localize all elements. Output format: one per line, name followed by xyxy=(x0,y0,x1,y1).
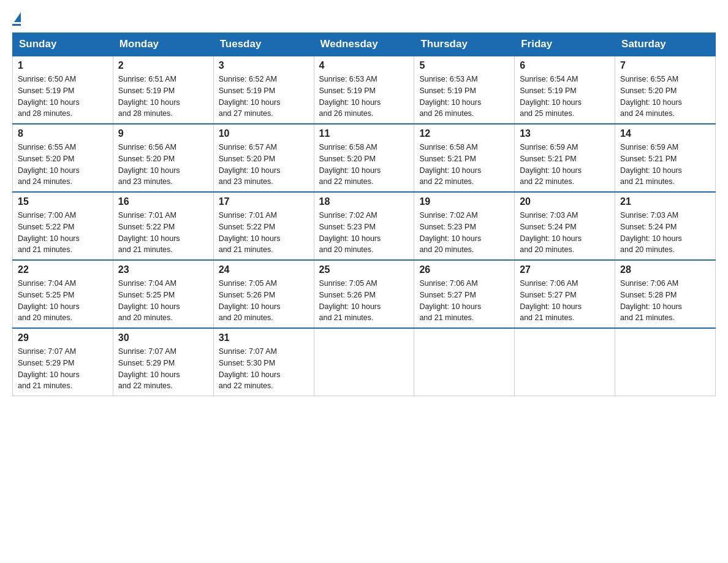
day-info: Sunrise: 6:54 AMSunset: 5:19 PMDaylight:… xyxy=(520,74,610,120)
day-info: Sunrise: 7:04 AMSunset: 5:25 PMDaylight:… xyxy=(118,278,208,324)
day-number: 25 xyxy=(319,264,409,275)
day-number: 9 xyxy=(118,128,208,139)
day-info: Sunrise: 7:06 AMSunset: 5:28 PMDaylight:… xyxy=(620,278,710,324)
day-number: 18 xyxy=(319,196,409,207)
calendar-cell: 1Sunrise: 6:50 AMSunset: 5:19 PMDaylight… xyxy=(13,56,113,124)
day-number: 12 xyxy=(419,128,509,139)
calendar-cell: 7Sunrise: 6:55 AMSunset: 5:20 PMDaylight… xyxy=(615,56,716,124)
calendar-week-5: 29Sunrise: 7:07 AMSunset: 5:29 PMDayligh… xyxy=(13,328,716,396)
weekday-header-friday: Friday xyxy=(515,33,615,56)
day-number: 31 xyxy=(219,332,309,343)
calendar-cell: 12Sunrise: 6:58 AMSunset: 5:21 PMDayligh… xyxy=(414,124,515,192)
calendar-cell xyxy=(414,328,515,396)
day-info: Sunrise: 7:05 AMSunset: 5:26 PMDaylight:… xyxy=(219,278,309,324)
day-info: Sunrise: 7:07 AMSunset: 5:30 PMDaylight:… xyxy=(219,346,309,392)
calendar-cell: 17Sunrise: 7:01 AMSunset: 5:22 PMDayligh… xyxy=(213,192,314,260)
day-info: Sunrise: 6:55 AMSunset: 5:20 PMDaylight:… xyxy=(18,142,108,188)
weekday-header-monday: Monday xyxy=(113,33,213,56)
day-number: 24 xyxy=(219,264,309,275)
day-info: Sunrise: 7:06 AMSunset: 5:27 PMDaylight:… xyxy=(419,278,509,324)
calendar-cell: 6Sunrise: 6:54 AMSunset: 5:19 PMDaylight… xyxy=(515,56,615,124)
day-number: 8 xyxy=(18,128,108,139)
day-info: Sunrise: 6:52 AMSunset: 5:19 PMDaylight:… xyxy=(219,74,309,120)
day-info: Sunrise: 7:01 AMSunset: 5:22 PMDaylight:… xyxy=(219,210,309,256)
day-number: 26 xyxy=(419,264,509,275)
day-info: Sunrise: 7:04 AMSunset: 5:25 PMDaylight:… xyxy=(18,278,108,324)
calendar-cell: 30Sunrise: 7:07 AMSunset: 5:29 PMDayligh… xyxy=(113,328,213,396)
day-number: 2 xyxy=(118,60,208,71)
logo xyxy=(12,12,21,26)
calendar-cell: 31Sunrise: 7:07 AMSunset: 5:30 PMDayligh… xyxy=(213,328,314,396)
day-number: 5 xyxy=(419,60,509,71)
day-number: 4 xyxy=(319,60,409,71)
calendar-cell: 26Sunrise: 7:06 AMSunset: 5:27 PMDayligh… xyxy=(414,260,515,328)
day-number: 23 xyxy=(118,264,208,275)
weekday-header-wednesday: Wednesday xyxy=(314,33,414,56)
calendar-cell: 13Sunrise: 6:59 AMSunset: 5:21 PMDayligh… xyxy=(515,124,615,192)
calendar-cell: 5Sunrise: 6:53 AMSunset: 5:19 PMDaylight… xyxy=(414,56,515,124)
day-info: Sunrise: 7:03 AMSunset: 5:24 PMDaylight:… xyxy=(520,210,610,256)
calendar-cell: 19Sunrise: 7:02 AMSunset: 5:23 PMDayligh… xyxy=(414,192,515,260)
day-info: Sunrise: 6:53 AMSunset: 5:19 PMDaylight:… xyxy=(419,74,509,120)
day-info: Sunrise: 7:05 AMSunset: 5:26 PMDaylight:… xyxy=(319,278,409,324)
calendar-table: SundayMondayTuesdayWednesdayThursdayFrid… xyxy=(12,33,716,396)
day-number: 1 xyxy=(18,60,108,71)
calendar-cell: 22Sunrise: 7:04 AMSunset: 5:25 PMDayligh… xyxy=(13,260,113,328)
calendar-cell: 27Sunrise: 7:06 AMSunset: 5:27 PMDayligh… xyxy=(515,260,615,328)
day-number: 30 xyxy=(118,332,208,343)
calendar-cell: 9Sunrise: 6:56 AMSunset: 5:20 PMDaylight… xyxy=(113,124,213,192)
day-info: Sunrise: 7:00 AMSunset: 5:22 PMDaylight:… xyxy=(18,210,108,256)
weekday-header-sunday: Sunday xyxy=(13,33,113,56)
day-info: Sunrise: 7:06 AMSunset: 5:27 PMDaylight:… xyxy=(520,278,610,324)
calendar-cell: 18Sunrise: 7:02 AMSunset: 5:23 PMDayligh… xyxy=(314,192,414,260)
calendar-cell: 14Sunrise: 6:59 AMSunset: 5:21 PMDayligh… xyxy=(615,124,716,192)
logo-triangle-icon xyxy=(14,12,21,22)
day-info: Sunrise: 7:03 AMSunset: 5:24 PMDaylight:… xyxy=(620,210,710,256)
day-info: Sunrise: 6:56 AMSunset: 5:20 PMDaylight:… xyxy=(118,142,208,188)
calendar-cell: 25Sunrise: 7:05 AMSunset: 5:26 PMDayligh… xyxy=(314,260,414,328)
calendar-cell: 2Sunrise: 6:51 AMSunset: 5:19 PMDaylight… xyxy=(113,56,213,124)
day-number: 10 xyxy=(219,128,309,139)
calendar-cell: 11Sunrise: 6:58 AMSunset: 5:20 PMDayligh… xyxy=(314,124,414,192)
calendar-week-4: 22Sunrise: 7:04 AMSunset: 5:25 PMDayligh… xyxy=(13,260,716,328)
day-number: 17 xyxy=(219,196,309,207)
day-info: Sunrise: 6:51 AMSunset: 5:19 PMDaylight:… xyxy=(118,74,208,120)
calendar-cell: 24Sunrise: 7:05 AMSunset: 5:26 PMDayligh… xyxy=(213,260,314,328)
day-number: 27 xyxy=(520,264,610,275)
day-number: 11 xyxy=(319,128,409,139)
day-number: 14 xyxy=(620,128,710,139)
weekday-header-tuesday: Tuesday xyxy=(213,33,314,56)
day-info: Sunrise: 6:50 AMSunset: 5:19 PMDaylight:… xyxy=(18,74,108,120)
day-number: 22 xyxy=(18,264,108,275)
weekday-header-thursday: Thursday xyxy=(414,33,515,56)
day-number: 19 xyxy=(419,196,509,207)
calendar-cell: 3Sunrise: 6:52 AMSunset: 5:19 PMDaylight… xyxy=(213,56,314,124)
day-info: Sunrise: 6:57 AMSunset: 5:20 PMDaylight:… xyxy=(219,142,309,188)
calendar-week-2: 8Sunrise: 6:55 AMSunset: 5:20 PMDaylight… xyxy=(13,124,716,192)
day-info: Sunrise: 6:58 AMSunset: 5:20 PMDaylight:… xyxy=(319,142,409,188)
day-info: Sunrise: 7:01 AMSunset: 5:22 PMDaylight:… xyxy=(118,210,208,256)
calendar-cell xyxy=(615,328,716,396)
weekday-header-saturday: Saturday xyxy=(615,33,716,56)
day-number: 3 xyxy=(219,60,309,71)
page-header xyxy=(12,12,716,26)
calendar-cell: 8Sunrise: 6:55 AMSunset: 5:20 PMDaylight… xyxy=(13,124,113,192)
calendar-cell: 4Sunrise: 6:53 AMSunset: 5:19 PMDaylight… xyxy=(314,56,414,124)
calendar-cell xyxy=(515,328,615,396)
calendar-cell: 16Sunrise: 7:01 AMSunset: 5:22 PMDayligh… xyxy=(113,192,213,260)
calendar-cell: 20Sunrise: 7:03 AMSunset: 5:24 PMDayligh… xyxy=(515,192,615,260)
day-number: 16 xyxy=(118,196,208,207)
calendar-week-3: 15Sunrise: 7:00 AMSunset: 5:22 PMDayligh… xyxy=(13,192,716,260)
day-info: Sunrise: 6:55 AMSunset: 5:20 PMDaylight:… xyxy=(620,74,710,120)
day-info: Sunrise: 6:59 AMSunset: 5:21 PMDaylight:… xyxy=(620,142,710,188)
day-number: 21 xyxy=(620,196,710,207)
day-number: 6 xyxy=(520,60,610,71)
calendar-header-row: SundayMondayTuesdayWednesdayThursdayFrid… xyxy=(13,33,716,56)
calendar-cell: 10Sunrise: 6:57 AMSunset: 5:20 PMDayligh… xyxy=(213,124,314,192)
day-number: 29 xyxy=(18,332,108,343)
calendar-cell: 29Sunrise: 7:07 AMSunset: 5:29 PMDayligh… xyxy=(13,328,113,396)
calendar-week-1: 1Sunrise: 6:50 AMSunset: 5:19 PMDaylight… xyxy=(13,56,716,124)
day-info: Sunrise: 6:59 AMSunset: 5:21 PMDaylight:… xyxy=(520,142,610,188)
day-number: 20 xyxy=(520,196,610,207)
day-info: Sunrise: 7:02 AMSunset: 5:23 PMDaylight:… xyxy=(419,210,509,256)
